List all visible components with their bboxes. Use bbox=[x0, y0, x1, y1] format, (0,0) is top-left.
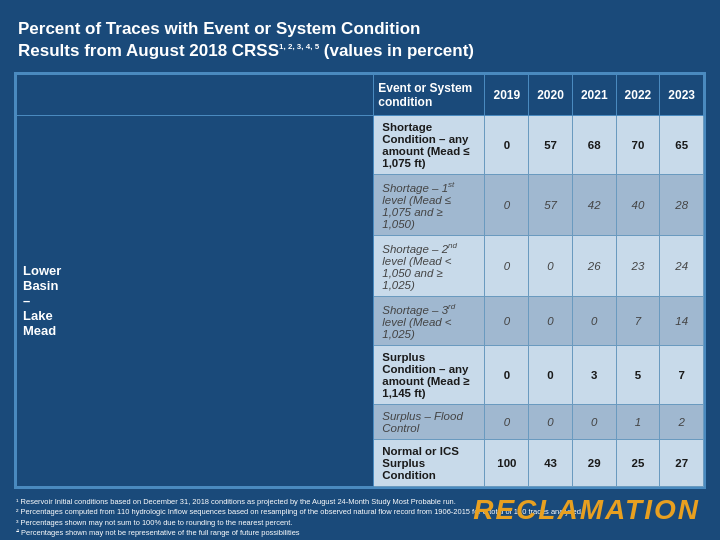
val-r1-2023: 65 bbox=[660, 116, 704, 175]
val-r1-2022: 70 bbox=[616, 116, 660, 175]
val-r4-2022: 7 bbox=[616, 296, 660, 345]
val-r1-2021: 68 bbox=[572, 116, 616, 175]
col-header-2022: 2022 bbox=[616, 75, 660, 116]
condition-normal-ics: Normal or ICS Surplus Condition bbox=[374, 439, 485, 486]
reclamation-logo: RECLAMATION bbox=[473, 494, 700, 526]
row-group-label: Lower Basin – Lake Mead bbox=[17, 116, 374, 486]
main-table-container: Event or System condition 2019 2020 2021… bbox=[14, 72, 706, 488]
val-r5-2020: 0 bbox=[529, 345, 573, 404]
val-r6-2023: 2 bbox=[660, 404, 704, 439]
val-r4-2020: 0 bbox=[529, 296, 573, 345]
val-r2-2021: 42 bbox=[572, 175, 616, 236]
val-r6-2019: 0 bbox=[485, 404, 529, 439]
val-r6-2020: 0 bbox=[529, 404, 573, 439]
val-r5-2019: 0 bbox=[485, 345, 529, 404]
header-line1: Percent of Traces with Event or System C… bbox=[18, 18, 702, 40]
val-r7-2023: 27 bbox=[660, 439, 704, 486]
val-r1-2020: 57 bbox=[529, 116, 573, 175]
val-r7-2022: 25 bbox=[616, 439, 660, 486]
col-header-condition-label: Event or System condition bbox=[374, 75, 485, 116]
page-header: Percent of Traces with Event or System C… bbox=[0, 0, 720, 72]
val-r4-2023: 14 bbox=[660, 296, 704, 345]
val-r2-2022: 40 bbox=[616, 175, 660, 236]
val-r3-2023: 24 bbox=[660, 236, 704, 297]
val-r3-2021: 26 bbox=[572, 236, 616, 297]
val-r6-2021: 0 bbox=[572, 404, 616, 439]
col-header-2019: 2019 bbox=[485, 75, 529, 116]
val-r3-2020: 0 bbox=[529, 236, 573, 297]
val-r5-2021: 3 bbox=[572, 345, 616, 404]
val-r3-2019: 0 bbox=[485, 236, 529, 297]
val-r2-2020: 57 bbox=[529, 175, 573, 236]
condition-shortage-3rd: Shortage – 3rd level (Mead < 1,025) bbox=[374, 296, 485, 345]
col-header-2020: 2020 bbox=[529, 75, 573, 116]
table-header-row: Event or System condition 2019 2020 2021… bbox=[17, 75, 704, 116]
col-header-condition bbox=[17, 75, 374, 116]
val-r2-2023: 28 bbox=[660, 175, 704, 236]
condition-surplus-any: Surplus Condition – any amount (Mead ≥ 1… bbox=[374, 345, 485, 404]
val-r4-2021: 0 bbox=[572, 296, 616, 345]
val-r7-2020: 43 bbox=[529, 439, 573, 486]
val-r5-2022: 5 bbox=[616, 345, 660, 404]
header-line2: Results from August 2018 CRSS1, 2, 3, 4,… bbox=[18, 40, 702, 62]
footnote-4: ⁴ Percentages shown may not be represent… bbox=[16, 528, 704, 539]
val-r3-2022: 23 bbox=[616, 236, 660, 297]
val-r5-2023: 7 bbox=[660, 345, 704, 404]
data-table: Event or System condition 2019 2020 2021… bbox=[16, 74, 704, 486]
col-header-2023: 2023 bbox=[660, 75, 704, 116]
val-r4-2019: 0 bbox=[485, 296, 529, 345]
header-line2-suffix: (values in percent) bbox=[319, 41, 474, 60]
val-r1-2019: 0 bbox=[485, 116, 529, 175]
col-header-2021: 2021 bbox=[572, 75, 616, 116]
header-superscript: 1, 2, 3, 4, 5 bbox=[279, 42, 319, 51]
condition-surplus-flood: Surplus – Flood Control bbox=[374, 404, 485, 439]
val-r6-2022: 1 bbox=[616, 404, 660, 439]
val-r7-2019: 100 bbox=[485, 439, 529, 486]
condition-shortage-any: Shortage Condition – any amount (Mead ≤ … bbox=[374, 116, 485, 175]
val-r2-2019: 0 bbox=[485, 175, 529, 236]
condition-shortage-2nd: Shortage – 2nd level (Mead < 1,050 and ≥… bbox=[374, 236, 485, 297]
table-row: Lower Basin – Lake Mead Shortage Conditi… bbox=[17, 116, 704, 175]
val-r7-2021: 29 bbox=[572, 439, 616, 486]
header-line2-text: Results from August 2018 CRSS bbox=[18, 41, 279, 60]
condition-shortage-1st: Shortage – 1st level (Mead ≤ 1,075 and ≥… bbox=[374, 175, 485, 236]
